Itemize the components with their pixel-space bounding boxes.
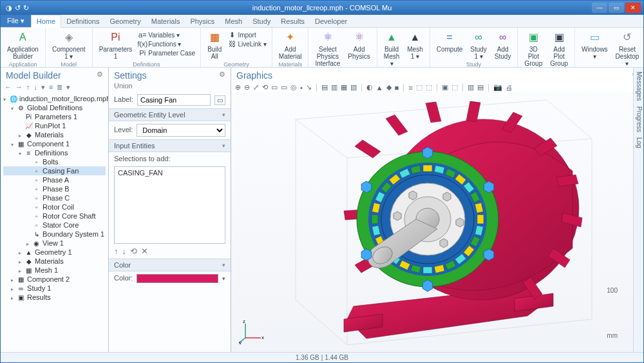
graphics-tool-button[interactable]: ⊕ [235, 83, 241, 92]
tree-node-phase-a[interactable]: ▫ Phase A [3, 175, 106, 184]
tree-node-stator-core[interactable]: ▫ Stator Core [3, 221, 106, 230]
ribbon-mesh-button[interactable]: ▲Mesh1 ▾ [404, 29, 425, 68]
menu-tab-definitions[interactable]: Definitions [61, 15, 104, 27]
graphics-tool-button[interactable]: ⬚ [416, 83, 422, 92]
tree-expand-icon[interactable]: ▸ [26, 241, 32, 247]
tree-expand-icon[interactable]: ▸ [11, 277, 17, 283]
tree-node-parameters-1[interactable]: Pi Parameters 1 [3, 112, 106, 121]
ribbon-build-button[interactable]: ▦BuildAll [205, 29, 224, 61]
ribbon-parameter-case-button[interactable]: PiParameter Case [137, 48, 196, 57]
color-dropdown-icon[interactable]: ▾ [222, 275, 225, 282]
selections-listbox[interactable]: CASING_FAN [114, 166, 225, 244]
graphics-tool-button[interactable]: • [300, 84, 303, 92]
tree-node-component-1[interactable]: ▾▦ Component 1 [3, 139, 106, 148]
file-menu[interactable]: File ▾ [1, 15, 31, 27]
panel-gear-icon[interactable]: ⚙ [219, 70, 225, 79]
ribbon-parameters-button[interactable]: PiParameters1 [97, 29, 135, 61]
mb-toolbar-button[interactable]: ↑ [26, 83, 30, 92]
tree-node-phase-c[interactable]: ▫ Phase C [3, 193, 106, 202]
graphics-tool-button[interactable]: ⬚ [451, 83, 458, 92]
graphics-tool-button[interactable]: ◎ [290, 83, 297, 92]
graphics-tool-button[interactable]: ⟲ [262, 83, 268, 92]
graphics-tool-button[interactable]: ▤ [321, 83, 328, 92]
graphics-tool-button[interactable]: ▭ [271, 83, 278, 92]
selection-tool-button[interactable]: ✕ [141, 246, 148, 256]
model-tree[interactable]: ▾🌐 induction_motor_llcreop.mph▾⚙ Global … [1, 93, 108, 352]
ribbon-variables--button[interactable]: a=Variables ▾ [137, 30, 196, 39]
tree-node-materials[interactable]: ▸◆ Materials [3, 257, 106, 266]
tree-expand-icon[interactable]: ▸ [11, 295, 17, 301]
tree-expand-icon[interactable]: ▾ [3, 97, 9, 103]
mb-toolbar-button[interactable]: ▾ [66, 83, 70, 92]
graphics-tool-button[interactable]: 🖨 [506, 84, 513, 92]
mb-toolbar-button[interactable]: → [15, 83, 23, 92]
graphics-tool-button[interactable]: ⬚ [426, 83, 432, 92]
mb-toolbar-button[interactable]: ↓ [34, 83, 38, 92]
ribbon-add-button[interactable]: ✦AddMaterial [276, 29, 305, 61]
menu-tab-results[interactable]: Results [276, 15, 310, 27]
undo-icon[interactable]: ↺ [15, 4, 21, 12]
tree-node-bolts[interactable]: ▫ Bolts [3, 157, 106, 166]
ribbon-add-button[interactable]: ∞AddStudy [492, 29, 514, 61]
graphics-tool-button[interactable]: ▣ [442, 83, 448, 92]
tree-node-component-2[interactable]: ▸▦ Component 2 [3, 275, 106, 284]
ribbon-study-button[interactable]: ∞Study1 ▾ [468, 29, 489, 61]
label-input[interactable] [137, 94, 211, 106]
tree-expand-icon[interactable]: ▸ [19, 268, 24, 274]
graphics-tool-button[interactable]: ⤢ [253, 83, 259, 92]
ribbon-import-button[interactable]: ⬇Import [227, 30, 267, 39]
menu-tab-physics[interactable]: Physics [185, 15, 220, 27]
graphics-tool-button[interactable]: ▭ [281, 83, 287, 92]
menu-tab-study[interactable]: Study [247, 15, 276, 27]
minimize-button[interactable]: — [592, 3, 607, 13]
ribbon-component-button[interactable]: ◈Component1 ▾ [50, 29, 88, 61]
ribbon-build-button[interactable]: ▲BuildMesh ▾ [381, 29, 402, 68]
tree-node-geometry-1[interactable]: ▸▲ Geometry 1 [3, 248, 106, 257]
tree-node-results[interactable]: ▸▣ Results [3, 293, 106, 302]
tree-node-induction-motor-llcreop-mph[interactable]: ▾🌐 induction_motor_llcreop.mph [3, 94, 106, 103]
graphics-tool-button[interactable]: ▧ [350, 83, 357, 92]
menu-tab-home[interactable]: Home [31, 15, 61, 28]
mb-toolbar-button[interactable]: ▾ [41, 83, 45, 92]
graphics-tool-button[interactable]: ▥ [468, 83, 474, 92]
level-select[interactable]: Domain [137, 124, 225, 137]
section-color[interactable]: Color▾ [109, 259, 231, 271]
tree-node-boundary-system-1[interactable]: ↳ Boundary System 1 [3, 230, 106, 239]
ribbon-compute-button[interactable]: =Compute [434, 29, 466, 61]
menu-tab-developer[interactable]: Developer [310, 15, 352, 27]
selection-tool-button[interactable]: ⟲ [130, 246, 137, 256]
tree-expand-icon[interactable]: ▸ [11, 286, 17, 292]
ribbon-livelink--button[interactable]: ⛓LiveLink ▾ [227, 39, 267, 48]
tab-messages[interactable]: Messages [634, 72, 643, 101]
tree-node-study-1[interactable]: ▸∞ Study 1 [3, 284, 106, 293]
graphics-tool-button[interactable]: ≡ [408, 84, 412, 92]
menu-tab-materials[interactable]: Materials [146, 15, 185, 27]
tree-expand-icon[interactable]: ▸ [19, 259, 24, 265]
maximize-button[interactable]: ▭ [609, 3, 624, 13]
tree-expand-icon[interactable]: ▾ [11, 106, 17, 112]
tree-node-phase-b[interactable]: ▫ Phase B [3, 184, 106, 193]
color-swatch[interactable] [137, 274, 218, 283]
tree-node-global-definitions[interactable]: ▾⚙ Global Definitions [3, 103, 106, 112]
tree-expand-icon[interactable]: ▾ [19, 151, 24, 157]
graphics-tool-button[interactable]: ◆ [386, 83, 392, 92]
panel-gear-icon[interactable]: ⚙ [97, 70, 103, 79]
tree-node-rotor-core-shaft[interactable]: ▫ Rotor Core Shaft [3, 211, 106, 221]
graphics-tool-button[interactable]: ▦ [341, 83, 347, 92]
menu-tab-geometry[interactable]: Geometry [104, 15, 146, 27]
graphics-tool-button[interactable]: ▥ [331, 83, 337, 92]
tree-expand-icon[interactable]: ▸ [19, 250, 24, 256]
ribbon-functions--button[interactable]: f(x)Functions ▾ [137, 39, 196, 48]
mb-toolbar-button[interactable]: ← [5, 83, 12, 92]
tree-node-materials[interactable]: ▸◆ Materials [3, 130, 106, 139]
redo-icon[interactable]: ↻ [23, 4, 29, 12]
ribbon-windows-button[interactable]: ▭Windows▾ [579, 29, 611, 68]
selection-tool-button[interactable]: ↑ [114, 246, 118, 256]
ribbon-reset-button[interactable]: ↺ResetDesktop ▾ [613, 29, 642, 68]
selection-tool-button[interactable]: ↓ [122, 246, 127, 256]
tree-node-rotor-coil[interactable]: ▫ Rotor Coil [3, 202, 106, 211]
graphics-tool-button[interactable]: 📷 [493, 83, 502, 92]
close-button[interactable]: ✕ [625, 3, 641, 13]
section-input-entities[interactable]: Input Entities▾ [109, 139, 231, 152]
tree-expand-icon[interactable]: ▸ [19, 133, 24, 139]
